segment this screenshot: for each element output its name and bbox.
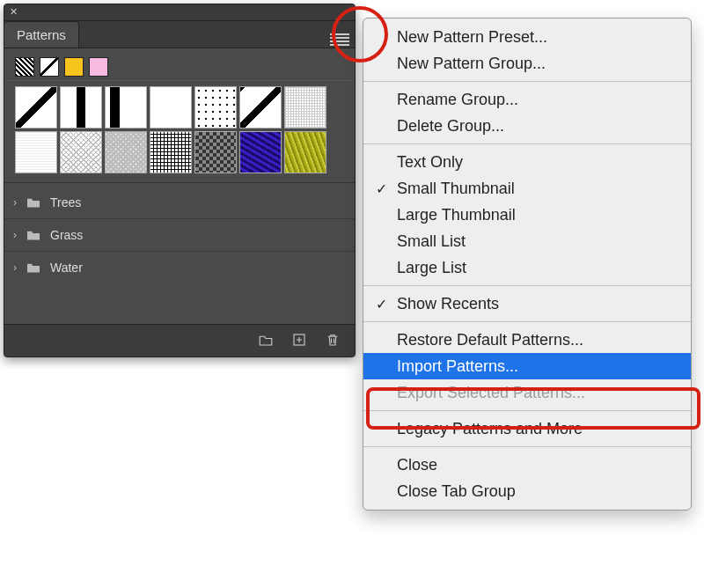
menu-separator <box>363 143 691 144</box>
menu-item-label: Text Only <box>397 153 463 172</box>
menu-item[interactable]: Legacy Patterns and More <box>363 415 691 442</box>
check-icon: ✓ <box>376 180 387 197</box>
pattern-tile[interactable] <box>105 131 147 173</box>
pattern-tile[interactable] <box>239 131 282 173</box>
pattern-tile[interactable] <box>105 86 147 129</box>
menu-item[interactable]: Text Only <box>363 149 691 175</box>
folder-icon <box>26 229 41 241</box>
menu-item-label: Legacy Patterns and More <box>397 420 583 438</box>
recent-patterns <box>4 48 355 80</box>
menu-separator <box>363 285 691 286</box>
panel-menu-icon[interactable] <box>330 33 349 46</box>
menu-item-label: Delete Group... <box>397 117 504 136</box>
menu-separator <box>363 446 691 447</box>
chevron-right-icon: › <box>13 196 17 209</box>
chevron-right-icon: › <box>13 261 17 274</box>
folder-label: Trees <box>50 195 81 209</box>
pattern-tile[interactable] <box>194 131 237 173</box>
menu-item[interactable]: ✓Show Recents <box>363 290 691 317</box>
menu-item[interactable]: ✓Small Thumbnail <box>363 175 691 202</box>
menu-item-label: Small List <box>397 232 466 251</box>
pattern-grid <box>4 80 355 183</box>
pattern-tile[interactable] <box>194 86 237 129</box>
close-panel-icon[interactable]: ✕ <box>10 6 18 17</box>
folder-label: Water <box>50 261 83 275</box>
recent-swatch[interactable] <box>40 57 59 77</box>
menu-item[interactable]: Restore Default Patterns... <box>363 327 691 353</box>
panel-header: ✕ <box>4 4 355 21</box>
folder-grass[interactable]: › Grass <box>4 219 355 252</box>
recent-swatch[interactable] <box>15 57 34 77</box>
panel-bottom-bar <box>4 324 355 356</box>
folder-icon <box>26 261 41 274</box>
check-icon: ✓ <box>376 296 387 312</box>
menu-item-label: Import Patterns... <box>397 357 518 376</box>
pattern-tile[interactable] <box>15 131 57 173</box>
pattern-tile[interactable] <box>150 131 192 173</box>
recent-swatch[interactable] <box>89 57 108 77</box>
tab-patterns[interactable]: Patterns <box>4 21 79 48</box>
menu-item-label: Restore Default Patterns... <box>397 331 583 349</box>
tab-row: Patterns <box>4 21 355 48</box>
pattern-tile[interactable] <box>150 86 192 129</box>
new-group-icon[interactable] <box>258 332 274 350</box>
folder-label: Grass <box>50 228 83 242</box>
pattern-tile[interactable] <box>15 86 57 129</box>
menu-item-label: Close Tab Group <box>397 482 516 501</box>
menu-item[interactable]: Import Patterns... <box>363 353 691 379</box>
menu-item[interactable]: New Pattern Group... <box>363 50 691 77</box>
menu-separator <box>363 321 691 322</box>
menu-item[interactable]: Rename Group... <box>363 86 691 113</box>
menu-item[interactable]: Large List <box>363 254 691 281</box>
recent-swatch[interactable] <box>64 57 84 77</box>
new-pattern-icon[interactable] <box>291 332 307 350</box>
menu-item-label: Close <box>397 456 437 474</box>
pattern-tile[interactable] <box>284 86 326 129</box>
menu-item[interactable]: Large Thumbnail <box>363 202 691 228</box>
menu-item-label: Large Thumbnail <box>397 206 516 224</box>
panel-flyout-menu: New Pattern Preset...New Pattern Group..… <box>363 18 692 511</box>
menu-item-label: Small Thumbnail <box>397 180 515 198</box>
menu-item-label: New Pattern Preset... <box>397 28 547 47</box>
menu-item-label: Large List <box>397 259 466 277</box>
menu-item-label: Rename Group... <box>397 91 518 109</box>
menu-item[interactable]: New Pattern Preset... <box>363 24 691 50</box>
folder-list: › Trees › Grass › Water <box>4 183 355 287</box>
delete-icon[interactable] <box>325 332 341 350</box>
pattern-tile[interactable] <box>284 131 326 173</box>
folder-trees[interactable]: › Trees <box>4 187 355 219</box>
menu-item[interactable]: Delete Group... <box>363 113 691 139</box>
pattern-tile[interactable] <box>60 86 102 129</box>
folder-water[interactable]: › Water <box>4 252 355 283</box>
menu-separator <box>363 410 691 411</box>
menu-item-label: Export Selected Patterns... <box>397 384 585 402</box>
pattern-tile[interactable] <box>60 131 102 173</box>
menu-item-label: Show Recents <box>397 295 499 313</box>
pattern-tile[interactable] <box>239 86 282 129</box>
patterns-panel: ✕ Patterns <box>4 4 356 357</box>
menu-item[interactable]: Close <box>363 452 691 478</box>
chevron-right-icon: › <box>13 229 17 241</box>
menu-item[interactable]: Small List <box>363 228 691 254</box>
menu-item[interactable]: Close Tab Group <box>363 478 691 504</box>
menu-item: Export Selected Patterns... <box>363 379 691 406</box>
menu-separator <box>363 81 691 82</box>
menu-item-label: New Pattern Group... <box>397 55 546 73</box>
folder-icon <box>26 196 41 209</box>
